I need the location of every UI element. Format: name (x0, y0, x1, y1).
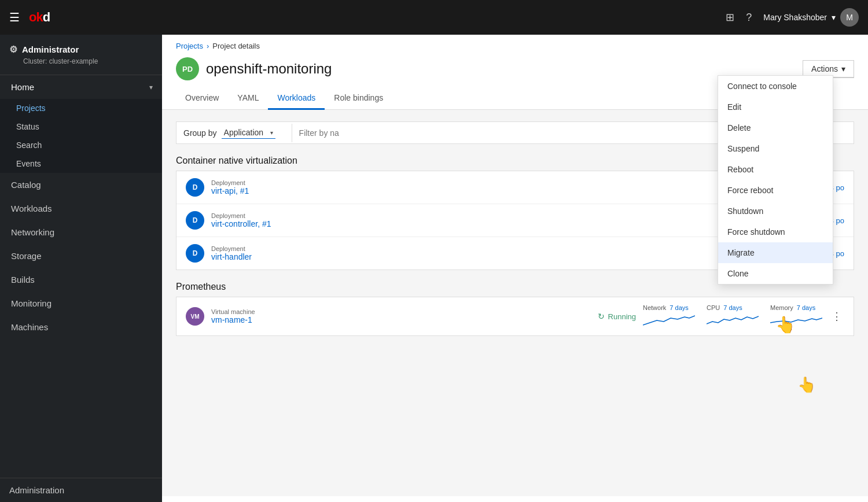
sidebar-item-administration[interactable]: Administration (0, 478, 162, 502)
sidebar-item-monitoring[interactable]: Monitoring (0, 291, 162, 315)
cpu-chart-group: CPU 7 days (707, 304, 759, 328)
cpu-mini-chart (707, 312, 759, 328)
sidebar-item-events[interactable]: Events (0, 154, 162, 173)
grid-icon[interactable]: ⊞ (726, 11, 734, 24)
breadcrumb-parent[interactable]: Projects (176, 42, 203, 50)
workload-group-prometheus: Prometheus VM Virtual machine vm-name-1 … (176, 282, 854, 336)
network-chart-label: Network 7 days (643, 304, 689, 311)
sidebar-home-children: Projects Status Search Events (0, 99, 162, 173)
dropdown-item-edit[interactable]: Edit (718, 97, 833, 117)
sidebar-item-projects[interactable]: Projects (0, 99, 162, 117)
tab-yaml[interactable]: YAML (228, 87, 268, 110)
dropdown-item-delete[interactable]: Delete (718, 117, 833, 138)
workload-name[interactable]: virt-api, #1 (211, 186, 718, 195)
workload-type: Virtual machine (211, 308, 591, 315)
sidebar-admin-title: ⚙ Administrator (9, 44, 153, 55)
sidebar-item-storage[interactable]: Storage (0, 244, 162, 268)
vm-row: VM Virtual machine vm-name-1 ↻ Running (176, 297, 854, 335)
project-title: PD openshift-monitoring (176, 57, 332, 80)
deployment-icon: D (186, 211, 204, 230)
workload-info: Deployment virt-handler (211, 245, 718, 261)
sidebar-item-status[interactable]: Status (0, 117, 162, 136)
workload-type: Deployment (211, 179, 718, 186)
sidebar-cluster-label: Cluster: cluster-example (9, 57, 153, 65)
workload-info: Deployment virt-controller, #1 (211, 212, 718, 228)
sidebar-item-builds[interactable]: Builds (0, 268, 162, 291)
memory-chart-label: Memory 7 days (770, 304, 815, 311)
dropdown-item-reboot[interactable]: Reboot (718, 159, 833, 180)
sidebar: ⚙ Administrator Cluster: cluster-example… (0, 35, 162, 502)
sidebar-item-workloads[interactable]: Workloads (0, 197, 162, 220)
project-badge: PD (176, 57, 199, 80)
memory-mini-chart (770, 312, 822, 328)
vm-charts: Network 7 days CPU 7 days (643, 304, 822, 328)
vm-status-label: Running (608, 312, 636, 321)
vm-status: ↻ Running (598, 312, 636, 321)
sidebar-item-search[interactable]: Search (0, 136, 162, 154)
dropdown-item-suspend[interactable]: Suspend (718, 138, 833, 159)
breadcrumb-current: Project details (212, 42, 260, 50)
workload-name[interactable]: virt-controller, #1 (211, 219, 718, 228)
sidebar-admin-section: ⚙ Administrator Cluster: cluster-example (0, 35, 162, 75)
memory-chart-group: Memory 7 days (770, 304, 822, 328)
tab-overview[interactable]: Overview (176, 87, 228, 110)
top-navigation: ☰ okd ⊞ ? Mary Shakshober ▾ M (0, 0, 868, 35)
breadcrumb: Projects › Project details (162, 35, 868, 50)
user-name: Mary Shakshober (763, 13, 827, 22)
sidebar-item-catalog[interactable]: Catalog (0, 173, 162, 197)
breadcrumb-separator: › (207, 42, 209, 50)
deployment-icon: D (186, 178, 204, 197)
dropdown-item-migrate[interactable]: Migrate (718, 242, 833, 263)
workload-type: Deployment (211, 212, 718, 219)
vm-name[interactable]: vm-name-1 (211, 315, 591, 324)
help-icon[interactable]: ? (746, 12, 752, 24)
workload-info: Deployment virt-api, #1 (211, 179, 718, 195)
hamburger-menu[interactable]: ☰ (9, 10, 20, 24)
group-by-select[interactable]: Application None (222, 127, 275, 139)
project-name: openshift-monitoring (206, 61, 332, 77)
sidebar-item-home[interactable]: Home ▾ (0, 75, 162, 99)
network-chart-group: Network 7 days (643, 304, 695, 328)
chevron-down-icon: ▾ (149, 83, 153, 91)
vm-more-button[interactable]: ⋮ (829, 308, 844, 325)
dropdown-item-connect-console[interactable]: Connect to console (718, 76, 833, 97)
group-by-section: Group by Application None ▾ (176, 122, 282, 143)
workload-list: VM Virtual machine vm-name-1 ↻ Running (176, 297, 854, 336)
network-mini-chart (643, 312, 695, 328)
deployment-icon: D (186, 244, 204, 263)
tab-role-bindings[interactable]: Role bindings (325, 87, 392, 110)
actions-dropdown-menu: Connect to console Edit Delete Suspend R… (718, 75, 833, 285)
workload-type: Deployment (211, 245, 718, 252)
workload-name[interactable]: virt-handler (211, 252, 718, 261)
group-by-label: Group by (183, 128, 217, 138)
sidebar-item-machines[interactable]: Machines (0, 315, 162, 339)
dropdown-item-clone[interactable]: Clone (718, 263, 833, 284)
avatar: M (840, 8, 859, 27)
dropdown-item-force-reboot[interactable]: Force reboot (718, 180, 833, 201)
dropdown-item-shutdown[interactable]: Shutdown (718, 201, 833, 222)
app-logo: okd (29, 10, 50, 25)
user-dropdown-arrow: ▾ (832, 13, 836, 22)
sidebar-item-networking[interactable]: Networking (0, 220, 162, 244)
dropdown-item-force-shutdown[interactable]: Force shutdown (718, 222, 833, 242)
user-menu[interactable]: Mary Shakshober ▾ M (763, 8, 859, 27)
sidebar-nav: Home ▾ Projects Status Search Events Cat… (0, 75, 162, 478)
vm-icon: VM (186, 307, 204, 326)
cpu-chart-label: CPU 7 days (707, 304, 742, 311)
group-by-select-wrapper: Application None ▾ (222, 127, 275, 139)
gear-icon: ⚙ (9, 44, 17, 55)
topnav-icons: ⊞ ? Mary Shakshober ▾ M (726, 8, 859, 27)
tab-workloads[interactable]: Workloads (268, 87, 325, 110)
actions-arrow-icon: ▾ (841, 64, 845, 73)
workload-info: Virtual machine vm-name-1 (211, 308, 591, 324)
running-icon: ↻ (598, 312, 605, 321)
